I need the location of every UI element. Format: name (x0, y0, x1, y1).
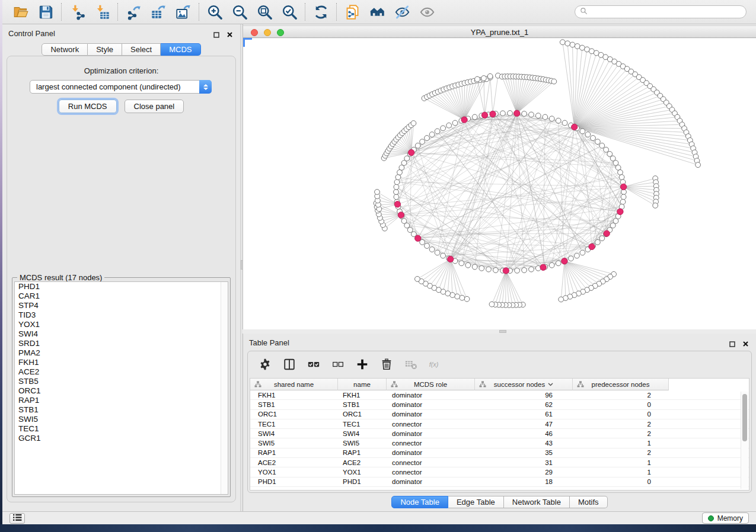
zoom-fit-button[interactable] (252, 2, 277, 22)
column-header-MCDS-role[interactable]: MCDS role (387, 379, 475, 390)
refresh-button[interactable] (308, 2, 333, 22)
open-button[interactable] (8, 2, 33, 22)
mcds-result-node[interactable]: YOX1 (15, 320, 228, 329)
mcds-result-node[interactable]: SWI5 (15, 415, 228, 424)
table-row[interactable]: STB1STB1dominator620 (250, 400, 749, 409)
table-row[interactable]: RAP1RAP1dominator352 (250, 448, 749, 458)
mcds-result-node[interactable]: PMA2 (15, 348, 228, 358)
mcds-result-node[interactable]: SWI4 (15, 329, 228, 339)
zoom-selected-button[interactable] (277, 2, 302, 22)
float-panel-icon[interactable] (213, 30, 219, 40)
zoom-selected-icon (282, 4, 298, 20)
settings-button[interactable] (259, 358, 272, 371)
tab-node-table[interactable]: Node Table (391, 496, 448, 508)
cell-name: TEC1 (338, 421, 387, 428)
network-canvas[interactable] (243, 39, 756, 329)
dropdown-stepper-icon[interactable] (199, 80, 212, 94)
table-row[interactable]: ACE2ACE2connector311 (250, 458, 749, 467)
export-table-button[interactable] (146, 2, 171, 22)
zoom-out-button[interactable] (227, 2, 252, 22)
search-box[interactable] (575, 5, 747, 18)
table-row[interactable]: ORC1ORC1dominator610 (250, 410, 749, 419)
close-panel-button[interactable]: Close panel (125, 100, 184, 113)
table-row[interactable]: TEC1TEC1connector472 (250, 419, 749, 429)
tab-select[interactable]: Select (122, 43, 161, 56)
mcds-result-node[interactable]: RAP1 (15, 396, 228, 405)
export-image-button[interactable] (171, 2, 196, 22)
cell-name: SWI4 (338, 430, 387, 437)
zoom-in-icon (207, 4, 223, 20)
tab-network-table[interactable]: Network Table (504, 496, 570, 508)
table-panel: Table Panel f(x) shared namenameMCDS rol… (243, 334, 756, 511)
column-header-successor-nodes[interactable]: successor nodes (475, 379, 573, 390)
toggle-columns-icon (283, 358, 296, 371)
mcds-result-node[interactable]: STB1 (15, 405, 228, 415)
toolbar-separator (336, 3, 337, 21)
tab-style[interactable]: Style (88, 43, 122, 56)
import-table-button[interactable] (90, 2, 114, 22)
mcds-result-node[interactable]: STP4 (15, 301, 228, 310)
mcds-result-node[interactable]: GCR1 (15, 434, 228, 443)
save-button[interactable] (33, 2, 58, 22)
network-nodes[interactable] (374, 40, 700, 308)
mcds-result-node[interactable]: ORC1 (15, 386, 228, 396)
select-all-button[interactable] (307, 358, 320, 371)
tab-edge-table[interactable]: Edge Table (448, 496, 504, 508)
mcds-result-node[interactable]: FKH1 (15, 358, 228, 367)
column-header-predecessor-nodes[interactable]: predecessor nodes (573, 379, 669, 390)
close-panel-icon[interactable] (227, 30, 233, 40)
search-input[interactable] (591, 7, 741, 17)
run-mcds-button[interactable]: Run MCDS (59, 100, 117, 113)
toggle-columns-button[interactable] (283, 358, 296, 371)
mcds-result-scrollbar[interactable] (221, 282, 228, 494)
mcds-result-node[interactable]: SRD1 (15, 339, 228, 348)
import-network-icon (69, 4, 85, 20)
hide-selected-button[interactable] (390, 2, 414, 22)
import-network-button[interactable] (65, 2, 90, 22)
tab-network[interactable]: Network (42, 43, 88, 56)
tab-motifs[interactable]: Motifs (570, 496, 608, 508)
table-row[interactable]: PHD1PHD1dominator180 (250, 477, 749, 487)
close-panel-icon[interactable] (742, 339, 749, 350)
cell-MCDS-role: dominator (387, 430, 475, 437)
main-toolbar-icons (8, 2, 439, 22)
cell-successor-nodes: 35 (475, 449, 573, 456)
delete-button[interactable] (380, 358, 393, 371)
table-row[interactable]: SWI4SWI4dominator462 (250, 429, 749, 438)
cell-shared-name: PHD1 (250, 478, 338, 485)
export-network-button[interactable] (121, 2, 146, 22)
copy-network-button[interactable] (340, 2, 365, 22)
table-scrollbar[interactable] (741, 392, 748, 489)
column-header-shared-name[interactable]: shared name (250, 379, 338, 390)
cell-successor-nodes: 43 (475, 440, 573, 447)
float-panel-icon[interactable] (729, 339, 735, 350)
mcds-result-list[interactable]: PHD1CAR1STP4TID3YOX1SWI4SRD1PMA2FKH1ACE2… (14, 281, 228, 495)
mcds-result-node[interactable]: PHD1 (15, 282, 228, 291)
table-row[interactable]: YOX1YOX1connector291 (250, 467, 749, 477)
mcds-result-node[interactable]: TID3 (15, 310, 228, 320)
add-button[interactable] (356, 358, 369, 371)
show-all-button[interactable] (414, 2, 439, 22)
node-table[interactable]: shared namenameMCDS rolesuccessor nodesp… (250, 378, 749, 491)
memory-button[interactable]: Memory (702, 512, 749, 524)
zoom-in-button[interactable] (202, 2, 227, 22)
table-row[interactable]: FKH1FKH1dominator962 (250, 390, 749, 400)
table-scrollbar-thumb[interactable] (742, 394, 747, 441)
task-history-button[interactable] (9, 513, 25, 524)
first-neighbors-button[interactable] (365, 2, 390, 22)
mcds-result-node[interactable]: TEC1 (15, 424, 228, 434)
horizontal-splitter[interactable] (243, 329, 756, 334)
delete-table-button (404, 358, 417, 371)
table-row[interactable]: SWI5SWI5connector431 (250, 438, 749, 448)
network-titlebar[interactable]: YPA_prune.txt_1 (243, 25, 756, 38)
mcds-result-node[interactable]: CAR1 (15, 291, 228, 301)
deselect-all-button[interactable] (331, 358, 344, 371)
cell-MCDS-role: dominator (387, 449, 475, 456)
splitter-grip[interactable] (499, 330, 506, 333)
optimization-criterion-dropdown[interactable]: largest connected component (undirected) (30, 80, 212, 94)
mcds-result-node[interactable]: STB5 (15, 377, 228, 386)
tab-mcds[interactable]: MCDS (161, 43, 200, 56)
mcds-result-node[interactable]: ACE2 (15, 367, 228, 377)
table-panel-box: f(x) shared namenameMCDS rolesuccessor n… (247, 351, 752, 493)
column-header-name[interactable]: name (338, 379, 387, 390)
